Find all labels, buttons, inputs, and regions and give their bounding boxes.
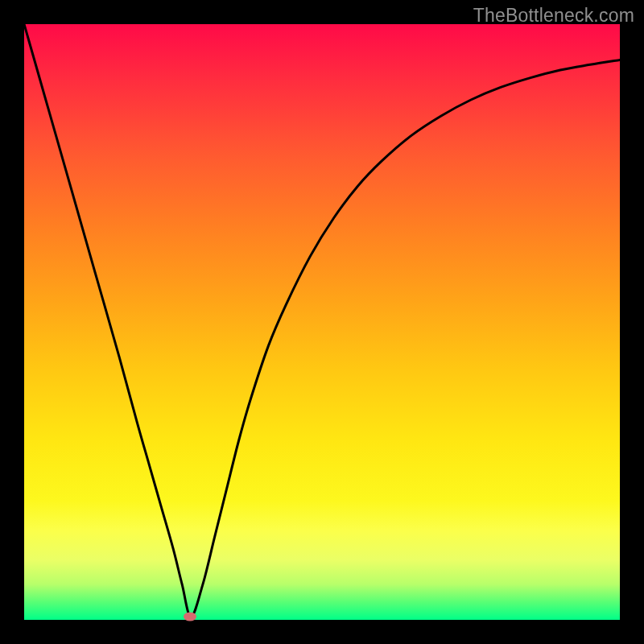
bottleneck-curve: [24, 24, 620, 620]
plot-area: [24, 24, 620, 620]
minimum-marker: [184, 612, 196, 621]
chart-container: TheBottleneck.com: [0, 0, 644, 644]
watermark-label: TheBottleneck.com: [473, 5, 634, 27]
